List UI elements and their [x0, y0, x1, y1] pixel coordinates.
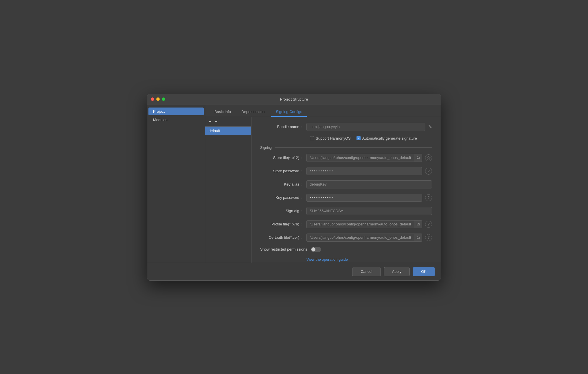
remove-config-button[interactable]: − [215, 119, 217, 124]
operation-guide-link[interactable]: View the operation guide [306, 257, 348, 262]
profile-file-row: Profile file(*.p7b)： 🗂 ? [260, 220, 432, 228]
support-harmonyos-checkbox[interactable] [310, 136, 314, 140]
auto-generate-checkbox[interactable] [357, 136, 361, 140]
list-toolbar: + − [205, 117, 251, 127]
tab-bar: Basic Info Dependencies Signing Configs [205, 105, 441, 117]
show-restricted-toggle-container [311, 247, 321, 252]
certpath-file-input[interactable] [306, 234, 414, 242]
certpath-file-label: Certpath file(*.cer)： [260, 235, 306, 240]
sign-alg-row: Sign alg： [260, 207, 432, 215]
close-button[interactable] [151, 97, 154, 101]
key-password-label: Key password： [260, 195, 306, 200]
certpath-file-row: Certpath file(*.cer)： 🗂 ? [260, 234, 432, 242]
store-password-help-icon[interactable]: ? [425, 168, 432, 175]
certpath-file-help-icon[interactable]: ? [425, 234, 432, 241]
store-file-row: Store file(*.p12)： 🗂 ☆ [260, 154, 432, 162]
profile-file-label: Profile file(*.p7b)： [260, 222, 306, 227]
bottom-bar: Cancel Apply OK [147, 263, 441, 280]
key-alias-row: Key alias： [260, 180, 432, 188]
profile-file-browse-button[interactable]: 🗂 [414, 220, 422, 228]
operation-guide-row: View the operation guide [260, 257, 432, 262]
maximize-button[interactable] [162, 97, 165, 101]
edit-bundle-name-icon[interactable]: ✎ [428, 124, 432, 129]
show-restricted-toggle[interactable] [311, 247, 321, 252]
main-columns: + − default Bundle name： ✎ [205, 117, 441, 263]
bundle-name-row: Bundle name： ✎ [260, 123, 432, 131]
apply-button[interactable]: Apply [384, 267, 410, 276]
key-alias-input[interactable] [306, 180, 432, 188]
tab-dependencies[interactable]: Dependencies [237, 107, 270, 117]
store-file-label: Store file(*.p12)： [260, 155, 306, 160]
key-alias-label: Key alias： [260, 182, 306, 187]
title-bar: Project Structure [147, 94, 441, 105]
key-password-row: Key password： ? [260, 194, 432, 202]
toggle-knob [311, 247, 315, 251]
signing-config-item-default[interactable]: default [205, 127, 251, 135]
support-harmonyos-group: Support HarmonyOS [310, 136, 351, 140]
project-structure-window: Project Structure Project Modules Basic … [147, 94, 441, 281]
signing-section-title: Signing [260, 146, 432, 150]
support-harmonyos-label: Support HarmonyOS [316, 136, 351, 140]
store-password-row: Store password： ? [260, 167, 432, 175]
store-password-input[interactable] [306, 167, 422, 175]
checkbox-row: Support HarmonyOS Automatically generate… [310, 136, 432, 140]
traffic-lights [151, 97, 165, 101]
window-title: Project Structure [280, 97, 308, 101]
store-file-browse-button[interactable]: 🗂 [414, 154, 422, 162]
show-restricted-row: Show restricted permissions [260, 247, 432, 252]
key-password-help-icon[interactable]: ? [425, 194, 432, 201]
sign-alg-label: Sign alg： [260, 208, 306, 214]
profile-file-help-icon[interactable]: ? [425, 221, 432, 228]
bundle-name-label: Bundle name： [260, 124, 306, 129]
certpath-file-input-group: 🗂 [306, 234, 422, 242]
certpath-file-browse-button[interactable]: 🗂 [414, 234, 422, 242]
window-body: Project Modules Basic Info Dependencies … [147, 105, 441, 263]
key-password-input[interactable] [306, 194, 422, 202]
show-restricted-label: Show restricted permissions [260, 247, 311, 251]
signing-configs-list-panel: + − default [205, 117, 251, 263]
tab-basic-info[interactable]: Basic Info [210, 107, 236, 117]
sign-alg-input[interactable] [306, 207, 432, 215]
bundle-name-input[interactable] [306, 123, 425, 131]
store-file-fingerprint-icon[interactable]: ☆ [425, 154, 432, 161]
store-password-label: Store password： [260, 169, 306, 174]
auto-generate-group: Automatically generate signature [357, 136, 417, 140]
sidebar: Project Modules [147, 105, 205, 263]
sidebar-item-project[interactable]: Project [148, 108, 204, 115]
store-file-input[interactable] [306, 154, 414, 162]
profile-file-input[interactable] [306, 220, 414, 228]
add-config-button[interactable]: + [209, 119, 211, 124]
form-content: Bundle name： ✎ Support HarmonyOS Automat… [251, 117, 441, 263]
minimize-button[interactable] [156, 97, 160, 101]
auto-generate-label: Automatically generate signature [362, 136, 417, 140]
sidebar-item-modules[interactable]: Modules [148, 116, 204, 124]
profile-file-input-group: 🗂 [306, 220, 422, 228]
main-area: Basic Info Dependencies Signing Configs … [205, 105, 441, 263]
ok-button[interactable]: OK [413, 267, 435, 276]
cancel-button[interactable]: Cancel [352, 267, 381, 276]
store-file-input-group: 🗂 [306, 154, 422, 162]
tab-signing-configs[interactable]: Signing Configs [271, 107, 307, 117]
